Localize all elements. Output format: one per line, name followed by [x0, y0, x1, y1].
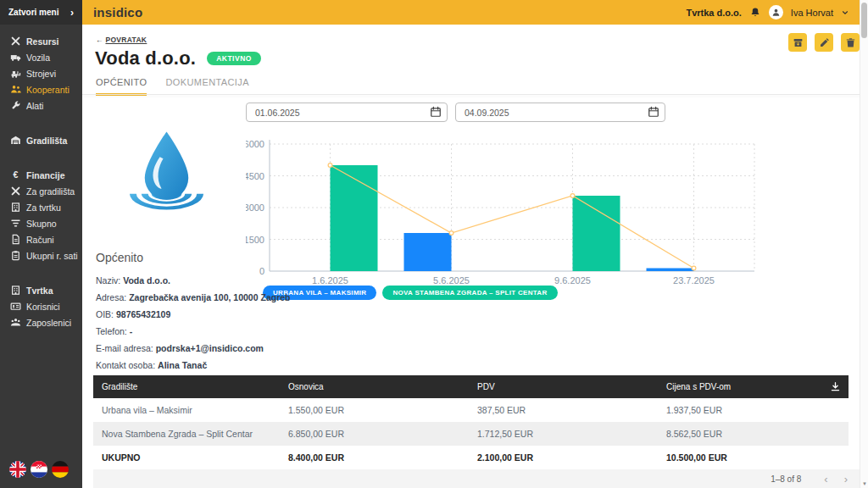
sidebar-item-financije[interactable]: Financije [0, 167, 82, 183]
cell: 1.712,50 EUR [469, 422, 658, 446]
pagination-next-icon[interactable]: › [839, 474, 853, 485]
sidebar-item-gradilista[interactable]: Gradilišta [0, 132, 82, 148]
chevron-right-icon: › [70, 8, 74, 18]
chart-canvas: 015003000450060001.6.20255.6.20259.6.202… [246, 137, 771, 290]
pagination-prev-icon[interactable]: ‹ [819, 474, 832, 485]
sidebar-item-label: Resursi [26, 36, 59, 47]
sidebar-item-alati[interactable]: Alati [0, 97, 82, 114]
info-value: - [130, 326, 133, 336]
archive-button[interactable] [788, 33, 807, 52]
info-value: 98765432109 [116, 309, 170, 319]
cell: 1.550,00 EUR [280, 398, 469, 422]
group-icon [10, 317, 21, 328]
document-icon [10, 234, 21, 245]
info-value: Zagrebačka avenija 100, 10000 Zagreb [129, 292, 290, 302]
scrollbar[interactable]: ▼ [860, 0, 868, 488]
pagination-label: 1–8 of 8 [771, 474, 801, 484]
general-info: Općenito Naziv:Voda d.o.o. Adresa:Zagreb… [96, 251, 290, 377]
chart-legend: URBANA VILA – MAKSIMIR NOVA STAMBENA ZGR… [263, 286, 558, 300]
svg-text:6000: 6000 [246, 139, 264, 149]
scrollbar-thumb[interactable] [861, 3, 867, 38]
sidebar-item-vozila[interactable]: Vozila [0, 49, 82, 65]
calendar-icon[interactable] [430, 106, 442, 118]
sidebar-item-label: Ukupni r. sati [26, 251, 78, 261]
sidebar-item-label: Tvrtka [26, 286, 53, 296]
cell: Urbana vila – Maksimir [93, 398, 280, 422]
sidebar-item-label: Za gradilišta [26, 186, 75, 197]
cell: 1.937,50 EUR [658, 398, 821, 422]
id-card-icon [10, 301, 21, 312]
sidebar: Zatvori meni › Resursi Vozila Strojevi K… [0, 0, 82, 488]
legend-pill-nova-stambena[interactable]: NOVA STAMBENA ZGRADA – SPLIT CENTAR [382, 286, 557, 300]
sidebar-item-kooperanti[interactable]: Kooperanti [0, 81, 82, 97]
building-icon [10, 202, 21, 213]
info-label: E-mail adresa: [96, 343, 153, 353]
scrollbar-down-icon[interactable]: ▼ [860, 481, 868, 486]
tab-dokumentacija[interactable]: DOKUMENTACIJA [165, 77, 249, 96]
calendar-icon[interactable] [648, 106, 659, 118]
van-icon [10, 52, 21, 63]
notifications-bell-icon[interactable] [749, 7, 761, 19]
sidebar-item-label: Korisnici [26, 302, 60, 312]
sidebar-item-zaposlenici[interactable]: Zaposlenici [0, 314, 82, 330]
cell: 6.850,00 EUR [280, 422, 469, 446]
sidebar-item-strojevi[interactable]: Strojevi [0, 65, 82, 81]
collapse-menu-button[interactable]: Zatvori meni › [0, 0, 82, 25]
language-switcher [9, 461, 69, 478]
svg-text:5.6.2025: 5.6.2025 [433, 275, 470, 286]
cell: 8.400,00 EUR [280, 446, 469, 469]
table-pagination: 1–8 of 8 ‹ › [93, 469, 860, 488]
pencil-icon [819, 37, 830, 48]
flag-germany-icon[interactable] [52, 461, 69, 478]
info-row-adresa: Adresa:Zagrebačka avenija 100, 10000 Zag… [96, 292, 290, 302]
collapse-menu-label: Zatvori meni [8, 8, 58, 17]
date-from-input[interactable] [246, 103, 448, 122]
flag-croatia-icon[interactable] [31, 461, 47, 478]
delete-button[interactable] [841, 33, 860, 52]
flag-uk-icon[interactable] [9, 461, 26, 478]
sidebar-item-za-tvrtku[interactable]: Za tvrtku [0, 199, 82, 215]
back-link[interactable]: ← POVRATAK [96, 36, 147, 44]
sidebar-item-korisnici[interactable]: Korisnici [0, 298, 82, 314]
avatar[interactable] [769, 5, 783, 19]
sidebar-item-label: Zaposlenici [26, 318, 71, 328]
info-label: Naziv: [96, 275, 120, 286]
date-from-field [246, 103, 448, 122]
sidebar-item-label: Alati [26, 101, 43, 111]
sidebar-item-racuni[interactable]: Računi [0, 231, 82, 247]
info-label: Adresa: [96, 292, 126, 302]
info-value: podrska+1@insidico.com [156, 343, 264, 353]
svg-text:23.7.2025: 23.7.2025 [673, 275, 715, 286]
sidebar-item-ukupni-r-sati[interactable]: Ukupni r. sati [0, 247, 82, 263]
info-value: Alina Tanač [158, 360, 207, 370]
cell: 10.500,00 EUR [658, 446, 821, 469]
sidebar-item-tvrtka[interactable]: Tvrtka [0, 282, 82, 298]
table-row-total: UKUPNO 8.400,00 EUR 2.100,00 EUR 10.500,… [93, 446, 849, 469]
euro-icon [10, 169, 21, 180]
chevron-down-icon[interactable] [841, 8, 849, 17]
tab-opcenito[interactable]: OPĆENITO [96, 77, 147, 96]
divider [82, 94, 868, 95]
info-row-oib: OIB:98765432109 [96, 309, 290, 319]
download-icon[interactable] [830, 381, 841, 392]
table-row: Urbana vila – Maksimir 1.550,00 EUR 387,… [93, 398, 849, 422]
sidebar-item-label: Financije [26, 170, 65, 180]
user-name[interactable]: Iva Horvat [791, 8, 833, 18]
col-gradiliste: Gradilište [93, 375, 280, 398]
trash-icon [845, 37, 856, 48]
sidebar-item-skupno[interactable]: Skupno [0, 215, 82, 231]
active-company-label: Tvrtka d.o.o. [686, 8, 741, 18]
date-to-input[interactable] [455, 103, 665, 122]
edit-button[interactable] [815, 33, 833, 52]
clipboard-icon [10, 250, 21, 261]
sidebar-item-resursi[interactable]: Resursi [0, 33, 82, 49]
app-logo[interactable]: insidico [93, 5, 142, 19]
user-icon [771, 8, 781, 17]
sidebar-item-za-gradilista[interactable]: Za gradilišta [0, 183, 82, 199]
machine-icon [10, 68, 21, 79]
sidebar-item-label: Kooperanti [26, 85, 70, 95]
filter-icon [10, 218, 21, 229]
tools-icon [10, 36, 21, 47]
cell: 2.100,00 EUR [469, 446, 658, 469]
col-pdv: PDV [469, 375, 658, 398]
